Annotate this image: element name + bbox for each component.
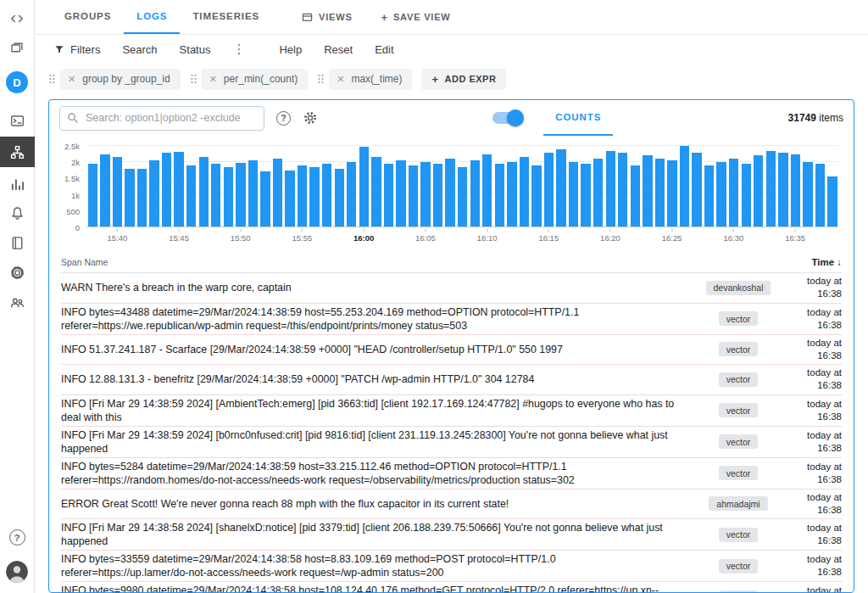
histogram-bar[interactable] [162, 153, 171, 227]
histogram-bar[interactable] [211, 164, 220, 227]
log-service-badge[interactable]: vector [719, 559, 759, 573]
histogram-bar[interactable] [347, 162, 356, 227]
log-row[interactable]: ERROR Great Scott! We're never gonna rea… [61, 490, 842, 520]
histogram-bar[interactable] [778, 153, 787, 227]
status-menu-button[interactable]: Status [180, 43, 211, 56]
terminal-icon[interactable] [0, 107, 35, 134]
histogram-bar[interactable] [186, 165, 196, 227]
log-row[interactable]: INFO bytes=9980 datetime=29/Mar/2024:14:… [61, 582, 842, 592]
help-button[interactable]: Help [279, 43, 302, 56]
log-service-badge[interactable]: vector [719, 403, 759, 417]
reset-button[interactable]: Reset [324, 43, 353, 56]
histogram-bar[interactable] [371, 157, 381, 227]
histogram-bar[interactable] [359, 147, 369, 227]
histogram-bar[interactable] [420, 162, 430, 227]
counts-toggle[interactable] [492, 112, 521, 124]
histogram-bar[interactable] [458, 167, 467, 227]
histogram-bar[interactable] [716, 162, 726, 227]
tab-logs[interactable]: LOGS [124, 0, 180, 34]
histogram-bar[interactable] [606, 151, 615, 227]
user-avatar[interactable] [6, 561, 28, 583]
histogram-bar[interactable] [704, 165, 714, 227]
save-view-button[interactable]: + SAVE VIEW [381, 0, 451, 34]
log-service-badge[interactable]: vector [719, 528, 759, 542]
log-row[interactable]: INFO [Fri Mar 29 14:38:59 2024] [Ambient… [61, 395, 842, 427]
log-row[interactable]: INFO bytes=5284 datetime=29/Mar/2024:14:… [61, 458, 842, 490]
histogram-bar[interactable] [236, 163, 245, 227]
histogram-bar[interactable] [754, 155, 763, 227]
histogram-bar[interactable] [791, 154, 800, 227]
log-service-badge[interactable]: vector [719, 434, 759, 449]
search-input[interactable] [84, 111, 257, 125]
histogram-bar[interactable] [433, 164, 442, 227]
log-row[interactable]: INFO [Fri Mar 29 14:38:59 2024] [b0rnc0n… [61, 427, 842, 458]
search-menu-button[interactable]: Search [122, 43, 157, 56]
tab-groups[interactable]: GROUPS [52, 0, 124, 34]
log-row[interactable]: INFO bytes=43488 datetime=29/Mar/2024:14… [61, 304, 842, 335]
histogram-bar[interactable] [384, 164, 393, 227]
histogram-bar[interactable] [729, 159, 738, 227]
histogram-bar[interactable] [766, 151, 776, 227]
histogram-bar[interactable] [815, 164, 825, 227]
histogram-bar[interactable] [680, 146, 689, 227]
log-row[interactable]: INFO [Fri Mar 29 14:38:58 2024] [shanelx… [61, 519, 842, 551]
help-icon[interactable]: ? [9, 529, 25, 545]
workspace-avatar[interactable]: D [6, 71, 28, 93]
histogram-bar[interactable] [174, 152, 183, 227]
journal-icon[interactable] [0, 229, 35, 256]
log-service-badge[interactable]: vector [719, 342, 759, 356]
histogram-bar[interactable] [692, 153, 701, 227]
bar-chart-icon[interactable] [0, 170, 35, 197]
histogram-bar[interactable] [556, 149, 565, 227]
drag-handle-icon[interactable] [317, 73, 325, 85]
histogram-bar[interactable] [298, 165, 307, 227]
histogram-bar[interactable] [531, 165, 541, 227]
gear-icon[interactable] [0, 259, 35, 286]
bell-icon[interactable] [0, 199, 35, 227]
histogram-bar[interactable] [409, 165, 418, 227]
log-service-badge[interactable]: vector [719, 466, 759, 480]
log-row[interactable]: INFO 51.37.241.187 - Scarface [29/Mar/20… [61, 335, 842, 366]
histogram-bar[interactable] [335, 169, 344, 227]
histogram-bar[interactable] [507, 162, 516, 227]
tab-counts[interactable]: COUNTS [543, 100, 613, 136]
trace-tree-icon[interactable] [0, 137, 35, 167]
histogram-bar[interactable] [470, 160, 480, 227]
edit-button[interactable]: Edit [375, 43, 393, 56]
expression-chip[interactable]: ✕max(_time) [329, 69, 412, 90]
log-row[interactable]: INFO bytes=33559 datetime=29/Mar/2024:14… [61, 551, 842, 582]
tab-timeseries[interactable]: TIMESERIES [180, 0, 272, 34]
log-service-badge[interactable]: vector [719, 590, 759, 593]
windows-icon[interactable] [0, 35, 35, 62]
histogram-bar[interactable] [125, 169, 134, 227]
histogram-bar[interactable] [544, 153, 554, 227]
histogram-bar[interactable] [482, 154, 492, 227]
histogram-bar[interactable] [742, 164, 751, 227]
log-service-badge[interactable]: ahmadajmi [709, 496, 767, 511]
histogram-bar[interactable] [88, 164, 97, 227]
histogram-bar[interactable] [803, 162, 812, 227]
expression-chip[interactable]: ✕per_min(_count) [202, 69, 309, 90]
histogram-bar[interactable] [224, 167, 233, 227]
log-service-badge[interactable]: devankoshal [706, 281, 771, 295]
histogram-bar[interactable] [199, 157, 209, 227]
histogram-bar[interactable] [137, 169, 147, 227]
log-service-badge[interactable]: vector [719, 372, 759, 387]
histogram-bar[interactable] [655, 159, 665, 227]
histogram-bar[interactable] [322, 164, 331, 227]
remove-expression-icon[interactable]: ✕ [209, 74, 217, 85]
log-service-badge[interactable]: vector [719, 311, 759, 326]
histogram-bar[interactable] [445, 159, 454, 227]
histogram-bar[interactable] [495, 164, 504, 227]
histogram-bar[interactable] [149, 160, 159, 227]
filters-button[interactable]: Filters [53, 43, 100, 56]
histogram-bar[interactable] [520, 157, 529, 227]
log-row[interactable]: INFO 12.88.131.3 - benefritz [29/Mar/202… [61, 365, 842, 395]
remove-expression-icon[interactable]: ✕ [337, 74, 344, 85]
search-settings-icon[interactable] [303, 110, 318, 126]
histogram-bar[interactable] [285, 171, 294, 227]
histogram-bar[interactable] [643, 155, 652, 227]
histogram-bar[interactable] [827, 176, 837, 227]
histogram-bar[interactable] [618, 153, 627, 227]
drag-handle-icon[interactable] [48, 73, 56, 85]
